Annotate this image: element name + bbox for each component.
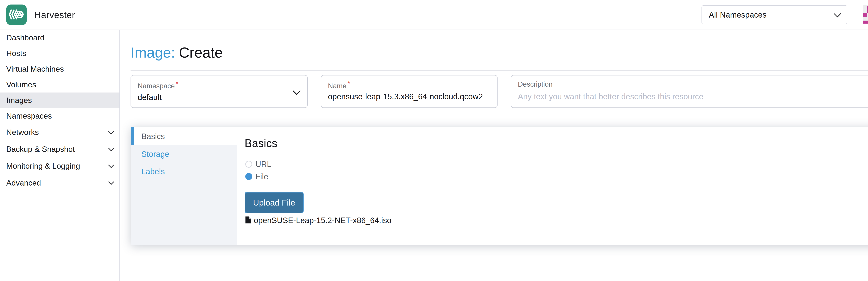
harvester-logo[interactable]: [6, 4, 27, 25]
name-input[interactable]: [328, 92, 490, 102]
sidebar-item-label: Monitoring & Logging: [6, 162, 80, 171]
sidebar-item-images[interactable]: Images: [0, 92, 119, 108]
main-content: Image:Create Namespace* default Name* De…: [120, 30, 868, 281]
source-radio-file[interactable]: File: [245, 172, 268, 181]
sidebar-item-dashboard[interactable]: Dashboard: [0, 30, 119, 46]
sidebar-item-label: Dashboard: [6, 33, 44, 42]
namespace-filter-value: All Namespaces: [709, 10, 767, 20]
required-marker: *: [176, 80, 178, 87]
radio-checked-icon: [245, 173, 252, 180]
tab-column-background: Storage Labels: [131, 145, 237, 245]
radio-label-file: File: [255, 172, 268, 181]
page-title-resource: Image:: [130, 44, 175, 61]
file-icon: [245, 217, 251, 224]
sidebar-item-label: Hosts: [6, 49, 26, 58]
tab-basics[interactable]: Basics: [131, 127, 237, 145]
title-divider: [130, 70, 868, 71]
chevron-down-icon: [108, 128, 114, 134]
sidebar-item-label: Images: [6, 96, 32, 105]
sidebar-item-label: Namespaces: [6, 111, 52, 120]
tab-labels[interactable]: Labels: [131, 163, 237, 180]
sidebar-item-virtual-machines[interactable]: Virtual Machines: [0, 61, 119, 77]
page-title-action: Create: [179, 44, 223, 61]
source-radio-url[interactable]: URL: [245, 160, 271, 169]
create-image-card: Basics Storage Labels Basics URL File Up…: [131, 127, 868, 245]
sidebar-item-networks[interactable]: Networks: [0, 124, 119, 141]
description-input[interactable]: [518, 92, 868, 102]
radio-label-url: URL: [255, 160, 271, 169]
upload-file-button[interactable]: Upload File: [245, 192, 304, 213]
chevron-down-icon: [834, 10, 841, 18]
tab-label: Labels: [141, 167, 165, 176]
namespace-filter-dropdown[interactable]: All Namespaces: [702, 5, 847, 24]
description-field: Description: [511, 75, 868, 108]
name-label: Name*: [328, 81, 490, 89]
tab-label: Storage: [141, 149, 169, 159]
app-title: Harvester: [34, 0, 75, 30]
form-row: Namespace* default Name* Description: [130, 75, 868, 108]
sidebar-item-volumes[interactable]: Volumes: [0, 77, 119, 92]
name-field: Name*: [321, 75, 498, 108]
radio-unchecked-icon: [245, 161, 252, 168]
namespace-value: default: [138, 93, 301, 102]
basics-panel: Basics URL File Upload File: [237, 127, 868, 245]
sidebar-item-label: Advanced: [6, 178, 41, 188]
sidebar-item-namespaces[interactable]: Namespaces: [0, 108, 119, 124]
basics-heading: Basics: [245, 137, 277, 150]
sidebar-item-hosts[interactable]: Hosts: [0, 46, 119, 61]
sidebar-item-label: Virtual Machines: [6, 64, 64, 74]
selected-file-name: openSUSE-Leap-15.2-NET-x86_64.iso: [254, 216, 392, 225]
chevron-down-icon: [108, 179, 114, 185]
sidebar-item-advanced[interactable]: Advanced: [0, 174, 119, 191]
namespace-select[interactable]: Namespace* default: [130, 75, 308, 108]
tab-label: Basics: [141, 132, 165, 141]
harvester-app: Harvester All Namespaces D: [0, 0, 868, 281]
required-marker: *: [347, 80, 350, 87]
tab-storage[interactable]: Storage: [131, 145, 237, 163]
sidebar-nav: Dashboard Hosts Virtual Machines Volumes…: [0, 30, 120, 281]
description-label: Description: [518, 81, 868, 88]
tab-column: Basics Storage Labels: [131, 127, 237, 245]
sidebar-item-backup-snapshot[interactable]: Backup & Snapshot: [0, 141, 119, 158]
top-header: Harvester All Namespaces: [0, 0, 868, 30]
chevron-down-icon: [108, 145, 114, 151]
chevron-down-icon: [108, 162, 114, 168]
harvester-logo-icon: [9, 8, 24, 21]
sidebar-item-label: Networks: [6, 128, 39, 137]
sidebar-item-label: Backup & Snapshot: [6, 145, 75, 154]
namespace-label: Namespace*: [138, 81, 301, 89]
selected-file-row: openSUSE-Leap-15.2-NET-x86_64.iso: [245, 217, 392, 224]
sidebar-item-monitoring-logging[interactable]: Monitoring & Logging: [0, 158, 119, 174]
page-title: Image:Create: [130, 44, 223, 61]
sidebar-item-label: Volumes: [6, 80, 36, 89]
user-avatar[interactable]: [863, 5, 868, 24]
sidebar-list: Dashboard Hosts Virtual Machines Volumes…: [0, 30, 119, 191]
